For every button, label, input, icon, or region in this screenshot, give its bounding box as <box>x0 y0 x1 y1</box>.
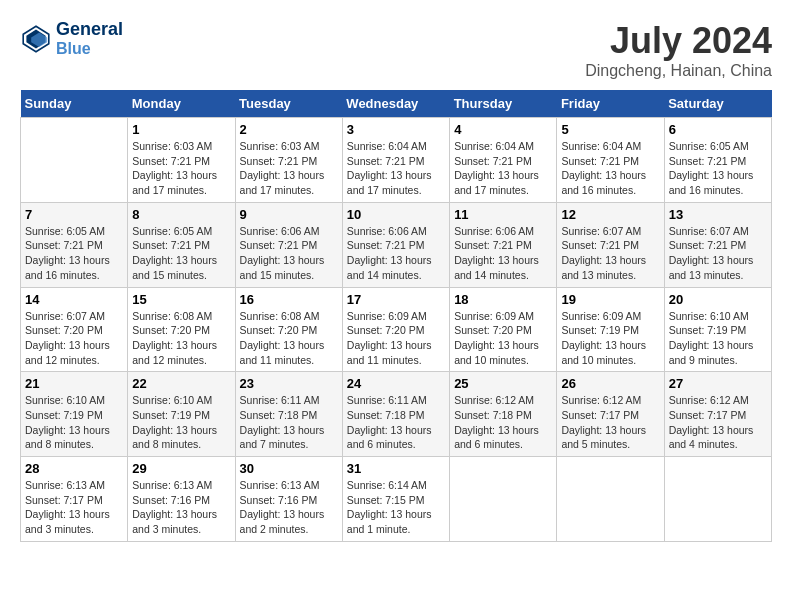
day-info: Sunrise: 6:04 AMSunset: 7:21 PMDaylight:… <box>454 139 552 198</box>
day-info: Sunrise: 6:08 AMSunset: 7:20 PMDaylight:… <box>240 309 338 368</box>
calendar-cell: 7Sunrise: 6:05 AMSunset: 7:21 PMDaylight… <box>21 202 128 287</box>
sunset-label: Sunset: 7:21 PM <box>669 155 747 167</box>
day-number: 15 <box>132 292 230 307</box>
day-info: Sunrise: 6:13 AMSunset: 7:17 PMDaylight:… <box>25 478 123 537</box>
sunrise-label: Sunrise: 6:10 AM <box>132 394 212 406</box>
calendar-cell: 5Sunrise: 6:04 AMSunset: 7:21 PMDaylight… <box>557 118 664 203</box>
daylight-label: Daylight: 13 hours and 2 minutes. <box>240 508 325 535</box>
day-number: 30 <box>240 461 338 476</box>
daylight-label: Daylight: 13 hours and 17 minutes. <box>347 169 432 196</box>
day-number: 29 <box>132 461 230 476</box>
calendar-cell: 12Sunrise: 6:07 AMSunset: 7:21 PMDayligh… <box>557 202 664 287</box>
calendar-cell: 1Sunrise: 6:03 AMSunset: 7:21 PMDaylight… <box>128 118 235 203</box>
calendar-cell: 25Sunrise: 6:12 AMSunset: 7:18 PMDayligh… <box>450 372 557 457</box>
page-header: General Blue July 2024 Dingcheng, Hainan… <box>20 20 772 80</box>
day-number: 5 <box>561 122 659 137</box>
calendar-cell <box>664 457 771 542</box>
sunset-label: Sunset: 7:21 PM <box>132 155 210 167</box>
calendar-cell: 21Sunrise: 6:10 AMSunset: 7:19 PMDayligh… <box>21 372 128 457</box>
day-info: Sunrise: 6:05 AMSunset: 7:21 PMDaylight:… <box>25 224 123 283</box>
daylight-label: Daylight: 13 hours and 1 minute. <box>347 508 432 535</box>
sunrise-label: Sunrise: 6:06 AM <box>454 225 534 237</box>
daylight-label: Daylight: 13 hours and 11 minutes. <box>240 339 325 366</box>
sunrise-label: Sunrise: 6:05 AM <box>25 225 105 237</box>
daylight-label: Daylight: 13 hours and 14 minutes. <box>454 254 539 281</box>
sunrise-label: Sunrise: 6:07 AM <box>669 225 749 237</box>
col-wednesday: Wednesday <box>342 90 449 118</box>
sunset-label: Sunset: 7:19 PM <box>669 324 747 336</box>
calendar-cell: 15Sunrise: 6:08 AMSunset: 7:20 PMDayligh… <box>128 287 235 372</box>
sunrise-label: Sunrise: 6:14 AM <box>347 479 427 491</box>
sunrise-label: Sunrise: 6:12 AM <box>669 394 749 406</box>
day-number: 6 <box>669 122 767 137</box>
calendar-cell: 31Sunrise: 6:14 AMSunset: 7:15 PMDayligh… <box>342 457 449 542</box>
day-number: 16 <box>240 292 338 307</box>
calendar-week-row: 21Sunrise: 6:10 AMSunset: 7:19 PMDayligh… <box>21 372 772 457</box>
location-subtitle: Dingcheng, Hainan, China <box>585 62 772 80</box>
daylight-label: Daylight: 13 hours and 6 minutes. <box>454 424 539 451</box>
sunset-label: Sunset: 7:17 PM <box>25 494 103 506</box>
daylight-label: Daylight: 13 hours and 13 minutes. <box>561 254 646 281</box>
day-info: Sunrise: 6:13 AMSunset: 7:16 PMDaylight:… <box>240 478 338 537</box>
daylight-label: Daylight: 13 hours and 3 minutes. <box>25 508 110 535</box>
day-info: Sunrise: 6:11 AMSunset: 7:18 PMDaylight:… <box>347 393 445 452</box>
col-sunday: Sunday <box>21 90 128 118</box>
daylight-label: Daylight: 13 hours and 6 minutes. <box>347 424 432 451</box>
sunset-label: Sunset: 7:19 PM <box>132 409 210 421</box>
calendar-cell: 22Sunrise: 6:10 AMSunset: 7:19 PMDayligh… <box>128 372 235 457</box>
day-number: 3 <box>347 122 445 137</box>
calendar-cell: 14Sunrise: 6:07 AMSunset: 7:20 PMDayligh… <box>21 287 128 372</box>
calendar-cell: 10Sunrise: 6:06 AMSunset: 7:21 PMDayligh… <box>342 202 449 287</box>
sunrise-label: Sunrise: 6:08 AM <box>132 310 212 322</box>
month-year-title: July 2024 <box>585 20 772 62</box>
daylight-label: Daylight: 13 hours and 7 minutes. <box>240 424 325 451</box>
sunset-label: Sunset: 7:21 PM <box>25 239 103 251</box>
day-number: 31 <box>347 461 445 476</box>
calendar-cell: 30Sunrise: 6:13 AMSunset: 7:16 PMDayligh… <box>235 457 342 542</box>
day-number: 23 <box>240 376 338 391</box>
day-number: 10 <box>347 207 445 222</box>
sunset-label: Sunset: 7:20 PM <box>347 324 425 336</box>
calendar-cell <box>450 457 557 542</box>
calendar-cell: 8Sunrise: 6:05 AMSunset: 7:21 PMDaylight… <box>128 202 235 287</box>
daylight-label: Daylight: 13 hours and 16 minutes. <box>25 254 110 281</box>
day-number: 1 <box>132 122 230 137</box>
day-number: 11 <box>454 207 552 222</box>
sunrise-label: Sunrise: 6:12 AM <box>561 394 641 406</box>
calendar-cell: 19Sunrise: 6:09 AMSunset: 7:19 PMDayligh… <box>557 287 664 372</box>
day-number: 21 <box>25 376 123 391</box>
day-info: Sunrise: 6:14 AMSunset: 7:15 PMDaylight:… <box>347 478 445 537</box>
daylight-label: Daylight: 13 hours and 8 minutes. <box>132 424 217 451</box>
day-number: 28 <box>25 461 123 476</box>
daylight-label: Daylight: 13 hours and 12 minutes. <box>132 339 217 366</box>
sunset-label: Sunset: 7:19 PM <box>561 324 639 336</box>
calendar-header-row: Sunday Monday Tuesday Wednesday Thursday… <box>21 90 772 118</box>
day-info: Sunrise: 6:09 AMSunset: 7:20 PMDaylight:… <box>454 309 552 368</box>
sunrise-label: Sunrise: 6:05 AM <box>669 140 749 152</box>
sunrise-label: Sunrise: 6:07 AM <box>561 225 641 237</box>
calendar-week-row: 14Sunrise: 6:07 AMSunset: 7:20 PMDayligh… <box>21 287 772 372</box>
day-number: 22 <box>132 376 230 391</box>
day-number: 25 <box>454 376 552 391</box>
day-info: Sunrise: 6:06 AMSunset: 7:21 PMDaylight:… <box>347 224 445 283</box>
day-number: 14 <box>25 292 123 307</box>
calendar-cell: 23Sunrise: 6:11 AMSunset: 7:18 PMDayligh… <box>235 372 342 457</box>
daylight-label: Daylight: 13 hours and 15 minutes. <box>240 254 325 281</box>
sunset-label: Sunset: 7:21 PM <box>454 155 532 167</box>
sunrise-label: Sunrise: 6:09 AM <box>347 310 427 322</box>
daylight-label: Daylight: 13 hours and 17 minutes. <box>240 169 325 196</box>
sunrise-label: Sunrise: 6:04 AM <box>454 140 534 152</box>
day-info: Sunrise: 6:12 AMSunset: 7:18 PMDaylight:… <box>454 393 552 452</box>
daylight-label: Daylight: 13 hours and 14 minutes. <box>347 254 432 281</box>
day-number: 26 <box>561 376 659 391</box>
day-number: 13 <box>669 207 767 222</box>
col-thursday: Thursday <box>450 90 557 118</box>
calendar-cell: 29Sunrise: 6:13 AMSunset: 7:16 PMDayligh… <box>128 457 235 542</box>
sunset-label: Sunset: 7:20 PM <box>240 324 318 336</box>
daylight-label: Daylight: 13 hours and 17 minutes. <box>132 169 217 196</box>
day-info: Sunrise: 6:04 AMSunset: 7:21 PMDaylight:… <box>561 139 659 198</box>
daylight-label: Daylight: 13 hours and 8 minutes. <box>25 424 110 451</box>
day-info: Sunrise: 6:10 AMSunset: 7:19 PMDaylight:… <box>132 393 230 452</box>
sunset-label: Sunset: 7:18 PM <box>240 409 318 421</box>
col-monday: Monday <box>128 90 235 118</box>
